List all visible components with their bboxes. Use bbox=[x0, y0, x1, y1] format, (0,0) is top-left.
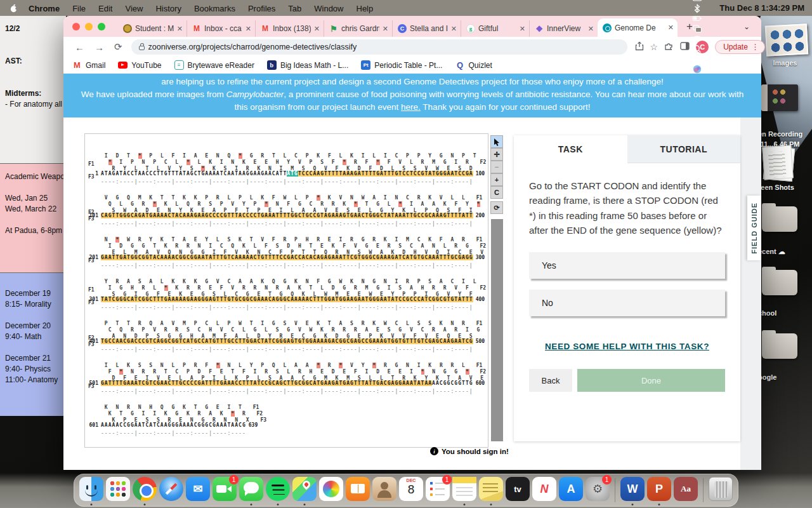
close-tab-icon[interactable]: ✕ bbox=[668, 23, 674, 32]
school-folder-label[interactable]: chool bbox=[758, 309, 812, 317]
dock-icon-reminders[interactable]: 1 bbox=[426, 476, 450, 505]
answer-no-button[interactable]: No bbox=[529, 290, 725, 316]
menu-file[interactable]: File bbox=[66, 4, 92, 13]
zoom-in-tool-button[interactable]: + bbox=[490, 173, 503, 186]
dock-icon-notes[interactable] bbox=[452, 476, 476, 505]
sticky-note-gray[interactable]: 12/2AST:Midterms:- For anatomy all q bbox=[0, 16, 66, 164]
apple-menu-icon[interactable] bbox=[9, 3, 18, 13]
bookmark-quizlet[interactable]: QQuizlet bbox=[455, 60, 492, 70]
dock-icon-spotify[interactable] bbox=[266, 476, 290, 505]
bookmark-big-ideas-math-l-[interactable]: bBig Ideas Math - L... bbox=[267, 60, 348, 70]
back-icon[interactable]: ← bbox=[70, 42, 89, 53]
genome-sequence-viewer[interactable]: I D T * P L F I A E N Q * G R T L C P K … bbox=[84, 133, 488, 448]
menu-profiles[interactable]: Profiles bbox=[242, 4, 282, 13]
rotate-tool-button[interactable]: C bbox=[490, 186, 503, 199]
recent-folder-icon[interactable] bbox=[762, 206, 797, 232]
move-tool-button[interactable]: ✢ bbox=[490, 148, 503, 161]
browser-tab-innerview[interactable]: ❖InnerView✕ bbox=[529, 20, 598, 37]
menu-history[interactable]: History bbox=[149, 4, 187, 13]
zoom-window-button[interactable] bbox=[98, 23, 105, 30]
bookmark-gmail[interactable]: MGmail bbox=[72, 60, 105, 70]
sticky-note-pink[interactable]: Academic WeaponWed, Jan 25Wed, March 22A… bbox=[0, 164, 66, 273]
browser-tab-giftful[interactable]: gGiftful✕ bbox=[461, 20, 529, 37]
screen-recording-thumbnail[interactable] bbox=[761, 84, 798, 111]
done-button[interactable]: Done bbox=[577, 369, 725, 392]
refresh-tool-button[interactable]: ⟳ bbox=[490, 201, 503, 214]
close-tab-icon[interactable]: ✕ bbox=[177, 25, 183, 33]
url-text[interactable]: zooniverse.org/projects/charrod/genome-d… bbox=[148, 43, 357, 51]
browser-tab-genome-de[interactable]: Genome De✕ bbox=[598, 18, 678, 37]
task-help-link[interactable]: NEED SOME HELP WITH THIS TASK? bbox=[514, 342, 740, 351]
dock-icon-safari[interactable] bbox=[159, 476, 183, 505]
bluetooth-icon[interactable] bbox=[692, 3, 702, 13]
dock-icon-appstore[interactable]: A bbox=[559, 476, 583, 505]
share-icon[interactable] bbox=[635, 41, 644, 53]
reload-icon[interactable]: ⟳ bbox=[109, 41, 128, 53]
dock-icon-trash[interactable] bbox=[709, 476, 733, 505]
close-tab-icon[interactable]: ✕ bbox=[383, 25, 388, 33]
banner-here-link[interactable]: here. bbox=[401, 102, 421, 112]
dock-icon-messages[interactable] bbox=[239, 476, 263, 505]
browser-tab-stella-and-i[interactable]: CStella and I✕ bbox=[392, 20, 461, 37]
menu-window[interactable]: Window bbox=[308, 4, 350, 13]
bookmark-star-icon[interactable]: ☆ bbox=[650, 42, 658, 52]
menu-tab[interactable]: Tab bbox=[282, 4, 308, 13]
wifi-icon[interactable] bbox=[692, 34, 702, 44]
menu-bar-clock[interactable]: Thu Dec 8 1:34:29 PM bbox=[719, 3, 804, 13]
recent-folder-label[interactable]: ecent ☁ bbox=[758, 248, 812, 256]
dock-icon-settings[interactable]: ⚙1 bbox=[586, 476, 610, 505]
screenshots-label[interactable]: reen Shots bbox=[758, 184, 812, 191]
dock-icon-ppt[interactable]: P bbox=[647, 476, 671, 505]
menu-view[interactable]: View bbox=[119, 4, 149, 13]
dock-icon-maps[interactable] bbox=[292, 476, 317, 505]
menu-edit[interactable]: Edit bbox=[92, 4, 119, 13]
dock-icon-stickies[interactable] bbox=[479, 476, 503, 505]
close-tab-icon[interactable]: ✕ bbox=[314, 25, 320, 33]
extensions-puzzle-icon[interactable] bbox=[664, 41, 674, 53]
dock-icon-appletv[interactable]: tv bbox=[506, 476, 530, 505]
display-mirror-icon[interactable] bbox=[692, 23, 702, 34]
close-tab-icon[interactable]: ✕ bbox=[588, 25, 594, 33]
zoom-out-tool-button[interactable]: − bbox=[490, 161, 503, 173]
dock-icon-dict[interactable]: Aa bbox=[674, 476, 698, 505]
google-folder-label[interactable]: oogle bbox=[758, 373, 812, 381]
sticky-note-blue[interactable]: December 198:15- MoralityDecember 209:40… bbox=[0, 273, 66, 416]
bookmark-brytewave-ereader[interactable]: ≡Brytewave eReader bbox=[174, 60, 254, 70]
close-tab-icon[interactable]: ✕ bbox=[520, 25, 525, 33]
school-folder-icon[interactable] bbox=[762, 270, 797, 295]
browser-tab-student-m[interactable]: Student : M✕ bbox=[118, 20, 187, 37]
close-tab-icon[interactable]: ✕ bbox=[451, 25, 457, 33]
field-guide-tab[interactable]: FIELD GUIDE bbox=[747, 196, 761, 260]
back-button[interactable]: Back bbox=[529, 369, 572, 392]
cursor-tool-button[interactable] bbox=[490, 135, 503, 148]
control-center-icon[interactable] bbox=[692, 54, 702, 64]
forward-icon[interactable]: → bbox=[89, 42, 109, 53]
search-icon[interactable] bbox=[692, 44, 702, 54]
tab-tutorial[interactable]: TUTORIAL bbox=[627, 135, 741, 163]
dock-icon-books[interactable] bbox=[346, 476, 370, 505]
screenshots-stack[interactable] bbox=[762, 146, 795, 180]
dock-icon-calendar[interactable]: DEC8 bbox=[399, 476, 423, 505]
dock-icon-finder[interactable] bbox=[79, 476, 103, 505]
bookmark-periodic-table-pt-[interactable]: PtPeriodic Table - Pt... bbox=[361, 60, 442, 70]
dock-icon-word[interactable]: W bbox=[620, 476, 645, 505]
minimize-window-button[interactable] bbox=[85, 23, 93, 30]
menu-chrome[interactable]: Chrome bbox=[22, 4, 66, 13]
dock-icon-contacts[interactable] bbox=[372, 476, 396, 505]
dock-icon-chrome[interactable] bbox=[133, 476, 157, 505]
menu-bookmarks[interactable]: Bookmarks bbox=[188, 4, 242, 13]
recording-label-1[interactable]: en Recording bbox=[758, 130, 812, 138]
google-folder-icon[interactable] bbox=[762, 333, 797, 359]
dock-icon-facetime[interactable]: 1 bbox=[213, 476, 237, 505]
dock-icon-photos[interactable] bbox=[319, 476, 343, 505]
browser-tab-chris-gardn[interactable]: ⚑chris Gardn✕ bbox=[324, 20, 392, 37]
dock-icon-mail[interactable]: ✉ bbox=[186, 476, 210, 505]
browser-tab-inbox-cca[interactable]: MInbox - cca✕ bbox=[187, 20, 255, 37]
tab-task[interactable]: TASK bbox=[514, 135, 627, 163]
siri-icon[interactable] bbox=[692, 64, 702, 74]
viewer-scrollbar[interactable] bbox=[491, 219, 503, 441]
address-bar[interactable]: zooniverse.org/projects/charrod/genome-d… bbox=[131, 39, 627, 55]
dock-icon-launchpad[interactable] bbox=[106, 476, 130, 505]
dock-icon-news[interactable]: N bbox=[532, 476, 556, 505]
sidebar-icon[interactable] bbox=[680, 41, 690, 53]
